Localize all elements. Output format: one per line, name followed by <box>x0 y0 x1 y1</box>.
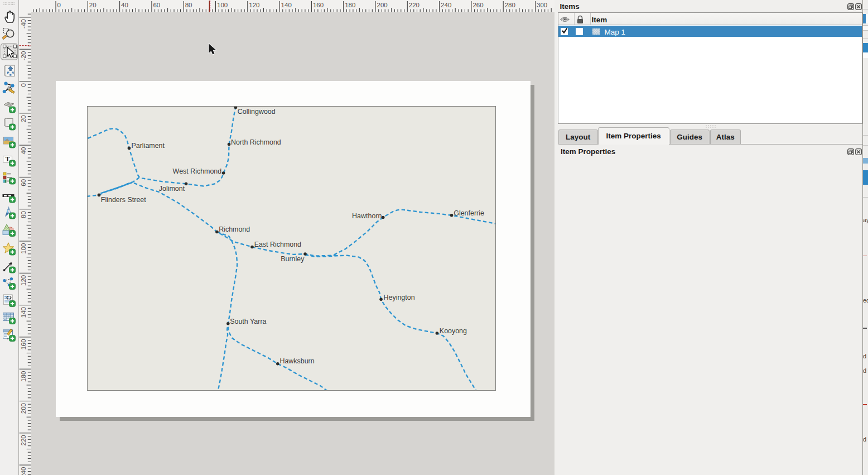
svg-text:Hawthorn: Hawthorn <box>352 212 382 220</box>
svg-text:Jolimont: Jolimont <box>159 185 185 193</box>
svg-text:Glenferrie: Glenferrie <box>454 209 484 217</box>
svg-text:-20: -20 <box>20 51 27 60</box>
svg-text:160: 160 <box>20 339 27 349</box>
svg-text:160: 160 <box>313 2 324 8</box>
svg-text:20: 20 <box>20 115 27 122</box>
svg-text:180: 180 <box>345 2 355 8</box>
svg-text:120: 120 <box>249 2 259 8</box>
svg-text:220: 220 <box>20 435 27 445</box>
svg-text:40: 40 <box>121 2 128 8</box>
svg-text:South Yarra: South Yarra <box>230 318 266 325</box>
svg-text:80: 80 <box>185 2 192 8</box>
svg-text:Parliament: Parliament <box>132 142 165 150</box>
svg-text:East Richmond: East Richmond <box>254 241 301 248</box>
svg-text:140: 140 <box>281 2 292 8</box>
svg-text:40: 40 <box>20 147 27 154</box>
svg-text:100: 100 <box>217 2 228 8</box>
svg-text:220: 220 <box>409 2 419 8</box>
svg-text:West Richmond: West Richmond <box>173 167 222 175</box>
svg-text:200: 200 <box>377 2 388 8</box>
svg-text:Burnley: Burnley <box>281 255 305 263</box>
svg-text:Heyington: Heyington <box>384 294 415 301</box>
svg-text:Flinders Street: Flinders Street <box>101 196 146 204</box>
svg-text:120: 120 <box>20 275 27 285</box>
svg-text:Richmond: Richmond <box>219 225 250 233</box>
svg-text:280: 280 <box>505 2 515 8</box>
svg-text:Kooyong: Kooyong <box>440 327 467 335</box>
svg-text:240: 240 <box>20 467 27 475</box>
svg-text:140: 140 <box>20 307 27 318</box>
svg-text:100: 100 <box>20 243 27 253</box>
svg-text:North Richmond: North Richmond <box>231 138 281 146</box>
svg-text:N: N <box>7 209 10 213</box>
svg-text:0: 0 <box>20 83 27 87</box>
svg-text:Hawksburn: Hawksburn <box>279 357 314 365</box>
svg-text:200: 200 <box>20 403 27 414</box>
svg-text:300: 300 <box>537 2 547 8</box>
svg-text:260: 260 <box>472 2 483 8</box>
svg-text:-40: -40 <box>20 19 27 28</box>
svg-text:0: 0 <box>57 2 61 8</box>
svg-text:180: 180 <box>20 371 27 381</box>
svg-text:240: 240 <box>441 2 451 8</box>
svg-text:Collingwood: Collingwood <box>238 108 276 116</box>
svg-text:20: 20 <box>89 2 97 8</box>
svg-text:80: 80 <box>20 211 27 218</box>
svg-text:60: 60 <box>153 2 160 8</box>
svg-text:60: 60 <box>20 179 27 186</box>
